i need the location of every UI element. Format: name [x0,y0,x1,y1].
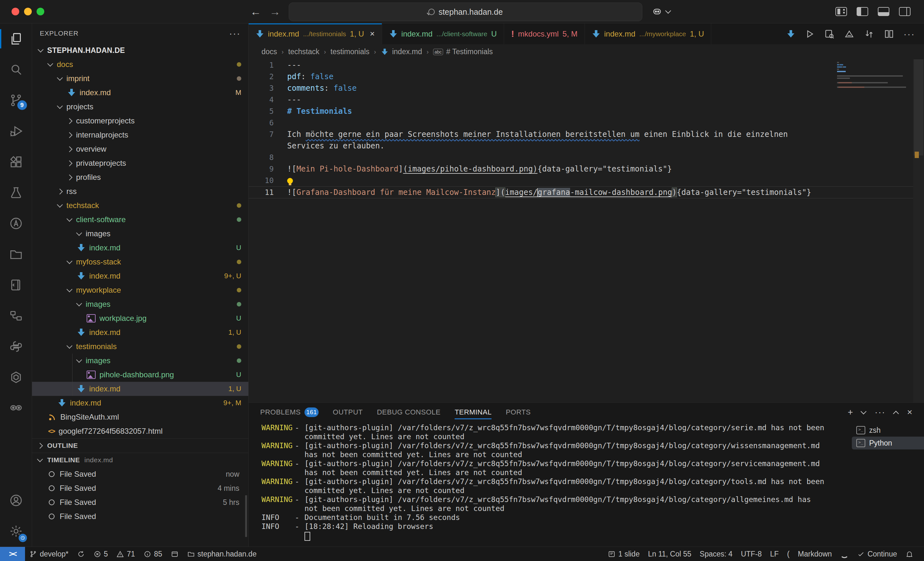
activity-remote-nodes[interactable] [0,301,32,331]
compare-changes-button[interactable] [864,28,874,39]
status-item[interactable]: develop* [25,550,73,558]
activity-extensions[interactable] [0,147,32,177]
tree-item[interactable]: index.md 9+, U [32,269,248,283]
tree-item[interactable]: index.md 1, U [32,325,248,340]
editor-tab[interactable]: index.md .../myworkplace 1, U [585,23,711,44]
tree-root[interactable]: STEPHAN.HADAN.DE [32,43,248,57]
activity-hex-extension[interactable] [0,362,32,393]
copilot-menu[interactable] [651,6,671,17]
timeline-item[interactable]: File Saved now [32,467,248,481]
status-item[interactable]: stephan.hadan.de [183,550,261,558]
tree-item[interactable]: index.md U [32,241,248,255]
toggle-primary-sidebar-button[interactable] [856,7,868,16]
tree-item[interactable]: <> googlef727264f56832057.html [32,424,248,438]
code-editor[interactable]: 1 --- 2 pdf: false 3 comments: false 4 -… [249,59,924,402]
tree-item[interactable]: projects [32,100,248,114]
status-item[interactable]: 1 slide [603,550,644,558]
tree-item[interactable]: images [32,227,248,241]
status-item[interactable]: Spaces: 4 [696,550,736,558]
terminal-instance[interactable]: >_ Python [852,437,924,449]
status-item[interactable] [73,550,89,558]
editor-tab[interactable]: index.md .../client-software U [382,23,504,44]
scrollbar-slider[interactable] [914,59,923,156]
breadcrumb-item[interactable]: docs [261,48,277,56]
editor-scrollbar[interactable] [913,59,924,402]
panel-tab[interactable]: TERMINAL [454,402,492,422]
timeline-section-header[interactable]: TIMELINE index.md [32,453,248,467]
tree-item[interactable]: customerprojects [32,114,248,128]
open-preview-button[interactable] [824,28,835,39]
activity-run-debug[interactable] [0,116,32,147]
new-terminal-button[interactable]: + [848,407,853,417]
breadcrumb-item[interactable]: index.md [381,48,422,56]
activity-project-manager[interactable] [0,239,32,269]
tree-item[interactable]: index.md 9+, M [32,396,248,410]
editor-tab[interactable]: ! mkdocs.yml 5, M [504,23,585,44]
status-item[interactable]: 71 [112,550,139,558]
activity-docs-extension[interactable] [0,269,32,301]
explorer-more-actions-icon[interactable]: ··· [229,28,241,39]
tree-item[interactable]: profiles [32,170,248,184]
breadcrumb-item[interactable]: abc# Testimonials [433,48,493,56]
status-item[interactable]: Continue [853,550,901,558]
markdown-icon[interactable] [787,30,795,38]
settings-button[interactable] [0,516,32,547]
tree-item[interactable]: imprint [32,72,248,85]
tree-item[interactable]: overview [32,142,248,156]
activity-search[interactable] [0,54,32,85]
status-item[interactable] [166,550,183,558]
panel-tab[interactable]: PROBLEMS 161 [260,402,319,422]
tree-item[interactable]: internalprojects [32,128,248,142]
tree-item[interactable]: myfoss-stack [32,255,248,269]
timeline-scrollbar[interactable] [245,495,247,537]
toggle-panel-button[interactable] [878,7,890,16]
tree-item[interactable]: client-software [32,212,248,227]
toggle-secondary-sidebar-button[interactable] [899,7,910,16]
maximize-panel-icon[interactable] [893,411,898,416]
terminal-instance[interactable]: >_ zsh [852,424,924,437]
breadcrumb-item[interactable]: testimonials [330,48,369,56]
forward-button[interactable]: → [270,6,280,18]
tree-item[interactable]: testimonials [32,340,248,354]
tree-item[interactable]: myworkplace [32,283,248,297]
status-item[interactable]: ( [783,550,794,558]
status-item[interactable] [901,550,918,558]
tree-item[interactable]: images [32,297,248,311]
activity-source-control[interactable]: 9 [0,85,32,116]
minimap[interactable] [837,62,909,89]
tree-item[interactable]: docs [32,57,248,72]
panel-tab[interactable]: PORTS [506,402,531,422]
timeline-item[interactable]: File Saved [32,509,248,524]
zoom-window-button[interactable] [37,8,44,15]
status-item[interactable]: 5 [89,550,112,558]
status-item[interactable]: Ln 11, Col 55 [644,550,696,558]
timeline-item[interactable]: File Saved 5 hrs [32,495,248,509]
activity-explorer[interactable] [0,23,32,54]
command-center-search[interactable]: stephan.hadan.de [289,3,642,21]
panel-more-actions-icon[interactable]: ··· [874,407,885,417]
lightbulb-icon[interactable] [287,178,293,184]
tree-item[interactable]: pihole-dashboard.png U [32,368,248,382]
close-panel-icon[interactable]: × [907,407,912,417]
activity-people-extension[interactable] [0,393,32,423]
tree-item[interactable]: images [32,354,248,368]
close-tab-icon[interactable]: × [370,29,375,39]
terminal-output[interactable]: WARNING-[git-authors-plugin] /var/folder… [249,422,852,547]
remote-indicator[interactable]: >< [0,547,25,561]
customize-layout-button[interactable] [836,7,847,16]
back-button[interactable]: ← [250,6,261,18]
tree-item[interactable]: rss [32,184,248,199]
activity-python[interactable] [0,331,32,362]
status-item[interactable]: Markdown [794,550,836,558]
tree-item[interactable]: privateprojects [32,156,248,170]
status-item[interactable]: 85 [139,550,166,558]
terminal-dropdown-icon[interactable] [861,408,866,414]
tree-item[interactable]: techstack [32,199,248,212]
close-window-button[interactable] [12,8,19,15]
status-item[interactable]: UTF-8 [736,550,766,558]
account-button[interactable] [0,485,32,516]
split-editor-button[interactable] [884,28,894,39]
markdownlint-button[interactable] [844,28,855,39]
breadcrumb-item[interactable]: techstack [288,48,319,56]
panel-tab[interactable]: DEBUG CONSOLE [377,402,441,422]
